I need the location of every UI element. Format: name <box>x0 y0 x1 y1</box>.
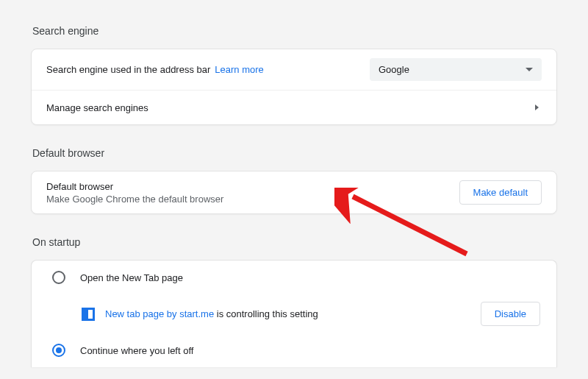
disable-button[interactable]: Disable <box>481 302 540 326</box>
link-extension-name[interactable]: New tab page by start.me <box>105 308 214 319</box>
link-learn-more[interactable]: Learn more <box>215 64 263 75</box>
row-extension-controls: New tab page by start.me is controlling … <box>32 294 556 333</box>
select-search-engine-value: Google <box>379 64 409 75</box>
label-search-engine: Search engine used in the address bar <box>46 64 210 75</box>
option-continue[interactable]: Continue where you left off <box>32 333 556 367</box>
select-search-engine[interactable]: Google <box>370 58 542 81</box>
label-default-browser: Default browser <box>46 181 223 192</box>
label-extension-suffix: is controlling this setting <box>214 308 318 319</box>
label-option-continue: Continue where you left off <box>80 345 193 356</box>
row-manage-search-engines[interactable]: Manage search engines <box>32 90 556 124</box>
row-search-engine-select: Search engine used in the address bar Le… <box>32 49 556 90</box>
section-title-default-browser: Default browser <box>32 147 557 159</box>
card-search-engine: Search engine used in the address bar Le… <box>31 49 557 125</box>
make-default-button[interactable]: Make default <box>459 180 542 205</box>
card-on-startup: Open the New Tab page New tab page by st… <box>31 260 557 367</box>
row-default-browser: Default browser Make Google Chrome the d… <box>32 171 556 213</box>
radio-new-tab[interactable] <box>52 271 65 284</box>
sub-default-browser: Make Google Chrome the default browser <box>46 194 223 205</box>
option-new-tab[interactable]: Open the New Tab page <box>32 261 556 294</box>
chevron-right-icon <box>535 105 539 110</box>
label-option-new-tab: Open the New Tab page <box>80 272 183 283</box>
radio-continue[interactable] <box>52 344 65 357</box>
section-title-search-engine: Search engine <box>32 25 557 37</box>
section-title-on-startup: On startup <box>32 236 557 248</box>
card-default-browser: Default browser Make Google Chrome the d… <box>31 171 557 214</box>
label-manage-search-engines: Manage search engines <box>46 102 148 113</box>
dropdown-triangle-icon <box>526 68 533 71</box>
startme-icon <box>82 308 95 321</box>
